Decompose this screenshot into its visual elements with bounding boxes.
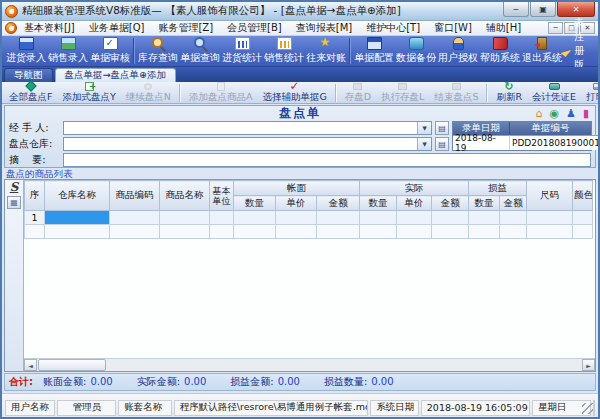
grid-cell[interactable]: [45, 225, 110, 239]
toolbar-exit-system-button[interactable]: 退出系统: [521, 36, 563, 66]
selected-cell[interactable]: [45, 211, 110, 225]
menu-item-maintenance[interactable]: 维护中心[T]: [359, 21, 427, 35]
book-icon[interactable]: ▮: [583, 108, 589, 119]
toolbar-data-backup-button[interactable]: 数据备份: [395, 36, 437, 66]
toolbar-reconcile-button[interactable]: 往来对账: [305, 36, 347, 66]
grid-cell[interactable]: [234, 225, 276, 239]
grid-cell[interactable]: [317, 211, 360, 225]
col-warehouse-header: 仓库名称: [45, 181, 110, 211]
mdi-minimize-button[interactable]: ─: [548, 22, 563, 34]
grid-cell[interactable]: [110, 225, 160, 239]
scroll-thumb[interactable]: [38, 359, 106, 371]
toolbar-doc-config-button[interactable]: 单据配置: [353, 36, 395, 66]
grid-cell[interactable]: [317, 225, 360, 239]
horizontal-scrollbar[interactable]: ◄ ►: [24, 358, 595, 371]
warehouse-lookup-button[interactable]: ▤: [435, 137, 449, 151]
accounting-voucher-button[interactable]: 会计凭证E: [527, 82, 581, 104]
toolbar-purchase-entry-button[interactable]: 进货录入: [5, 36, 47, 66]
col-price-header: 单价: [397, 196, 432, 211]
stats-balls-icon[interactable]: ◉: [549, 108, 559, 119]
grid-cell[interactable]: [210, 211, 234, 225]
toolbar-doc-query-button[interactable]: 单据查询: [179, 36, 221, 66]
doc-number-header: 单据编号: [510, 122, 591, 135]
floppy-icon: [398, 83, 407, 90]
select-aux-doc-button[interactable]: 选择辅助单据G: [257, 82, 331, 104]
chevron-down-icon[interactable]: ▼: [417, 122, 431, 134]
menu-item-business-docs[interactable]: 业务单据[Q]: [82, 21, 152, 35]
toolbar-stock-query-button[interactable]: 库存查询: [137, 36, 179, 66]
group-book-header: 帐面: [234, 181, 360, 196]
status-user-label: 用户名称: [5, 400, 55, 416]
grid-cell[interactable]: [397, 225, 432, 239]
grid-cell[interactable]: [25, 225, 45, 239]
summary-input[interactable]: [63, 153, 591, 167]
col-unit-header: 基本单位: [210, 181, 234, 211]
grid-cell[interactable]: [397, 211, 432, 225]
grid-cell[interactable]: [110, 211, 160, 225]
grid-cell[interactable]: [500, 225, 527, 239]
grid-cell[interactable]: [500, 211, 527, 225]
resize-grip[interactable]: [582, 403, 593, 414]
grid-cell[interactable]: [360, 211, 397, 225]
grid-cell[interactable]: [469, 211, 500, 225]
menu-item-window[interactable]: 窗口[W]: [427, 21, 479, 35]
all-inventory-button[interactable]: 全部盘点F: [4, 82, 57, 104]
grid-cell[interactable]: [160, 225, 210, 239]
tab-inventory-add[interactable]: 盘点单据→盘点单⊕添加: [55, 68, 176, 82]
toolbar-sales-entry-button[interactable]: 销售录入: [47, 36, 89, 66]
minimize-button[interactable]: ─: [503, 2, 529, 17]
handler-combobox[interactable]: ▼: [63, 121, 432, 135]
toolbar-purchase-stats-button[interactable]: 进货统计: [221, 36, 263, 66]
menu-item-basic-data[interactable]: 基本资料[J]: [17, 21, 82, 35]
tab-navigation[interactable]: 导航图: [4, 68, 53, 82]
handler-lookup-button[interactable]: ▤: [435, 121, 449, 135]
totals-bar: 合计: 账面金额:0.00 实际金额:0.00 损益金额:0.00 损益数量:0…: [4, 373, 596, 391]
menu-item-help[interactable]: 辅助[H]: [479, 21, 528, 35]
grid-cell[interactable]: [469, 225, 500, 239]
print-button[interactable]: 打印P: [581, 82, 600, 104]
col-qty-header: 数量: [469, 196, 500, 211]
toolbar-user-auth-button[interactable]: 用户授权: [437, 36, 479, 66]
grid-cell[interactable]: [527, 225, 573, 239]
execute-save-button[interactable]: 执行存盘L: [376, 82, 429, 104]
toolbar-button-label: 进货统计: [222, 51, 262, 65]
finish-inventory-button[interactable]: 结束盘点S: [429, 82, 483, 104]
grid-cell[interactable]: [234, 211, 276, 225]
toolbar-help-button[interactable]: 帮助系统: [479, 36, 521, 66]
menu-logo-icon: [5, 22, 17, 34]
menu-item-accounting[interactable]: 账务管理[Z]: [151, 21, 220, 35]
grid-cell-seq[interactable]: 1: [25, 211, 45, 225]
grid-cell[interactable]: [360, 225, 397, 239]
toolbar-doc-audit-button[interactable]: 单据审核: [89, 36, 131, 66]
grid-cell[interactable]: [160, 211, 210, 225]
add-inventory-item-button[interactable]: 添加盘点商品A: [184, 82, 258, 104]
grid-tool-button[interactable]: ▦: [7, 196, 21, 209]
scroll-right-arrow[interactable]: ►: [582, 359, 595, 371]
home-icon[interactable]: ⌂: [535, 108, 542, 119]
users-icon[interactable]: ♟: [566, 108, 576, 119]
refresh-button[interactable]: 刷新R: [491, 82, 527, 104]
grid-cell[interactable]: [210, 225, 234, 239]
grid-cell[interactable]: [527, 211, 573, 225]
grid-cell[interactable]: [276, 211, 317, 225]
grid-cell[interactable]: [276, 225, 317, 239]
scroll-left-arrow[interactable]: ◄: [24, 359, 37, 371]
close-button[interactable]: ✕: [557, 2, 595, 17]
add-mode-inventory-button[interactable]: 添加式盘点Y: [57, 82, 120, 104]
save-doc-button[interactable]: 存盘D: [340, 82, 376, 104]
scroll-track[interactable]: [107, 359, 582, 371]
col-amount-header: 金额: [317, 196, 360, 211]
maximize-button[interactable]: ▣: [530, 2, 556, 17]
grid-cell[interactable]: [573, 211, 593, 225]
menu-item-membership[interactable]: 会员管理[B]: [220, 21, 289, 35]
grid-cell[interactable]: [432, 211, 469, 225]
continue-inventory-button[interactable]: 继续盘点N: [121, 82, 176, 104]
grid-cell[interactable]: [432, 225, 469, 239]
grid-cell[interactable]: [573, 225, 593, 239]
toolbar-button-label: 单据配置: [354, 51, 394, 65]
warehouse-combobox[interactable]: ▼: [63, 137, 432, 151]
menu-item-reports[interactable]: 查询报表[M]: [289, 21, 359, 35]
chevron-down-icon[interactable]: ▼: [417, 138, 431, 150]
toolbar-sales-stats-button[interactable]: 销售统计: [263, 36, 305, 66]
book-amount-value: 0.00: [90, 376, 112, 387]
